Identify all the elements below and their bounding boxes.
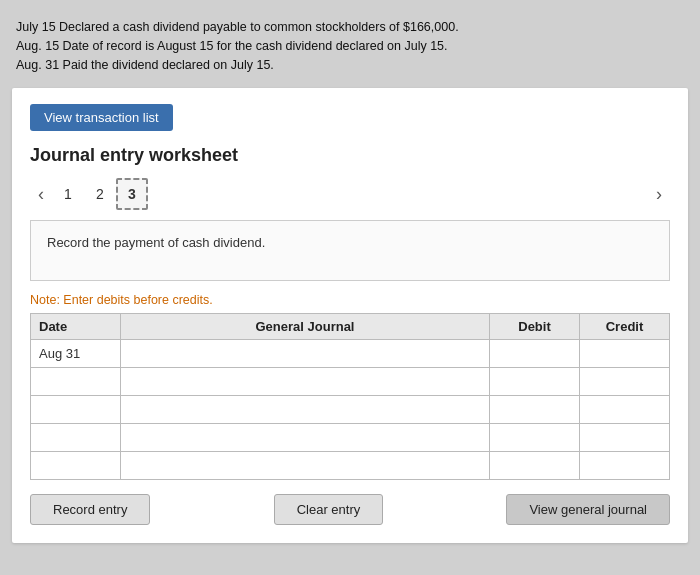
header-line-1: July 15 Declared a cash dividend payable… <box>16 18 684 37</box>
journal-input-5[interactable] <box>121 452 489 479</box>
journal-cell-2[interactable] <box>121 368 490 396</box>
debit-input-1[interactable] <box>490 340 579 367</box>
table-row <box>31 368 670 396</box>
debit-input-3[interactable] <box>490 396 579 423</box>
view-general-journal-button[interactable]: View general journal <box>506 494 670 525</box>
tab-next-arrow[interactable]: › <box>648 182 670 207</box>
credit-cell-1[interactable] <box>580 340 670 368</box>
date-cell-3 <box>31 396 121 424</box>
credit-cell-4[interactable] <box>580 424 670 452</box>
credit-input-2[interactable] <box>580 368 669 395</box>
journal-table: Date General Journal Debit Credit Aug 31 <box>30 313 670 480</box>
debit-cell-4[interactable] <box>490 424 580 452</box>
col-debit: Debit <box>490 314 580 340</box>
debit-cell-2[interactable] <box>490 368 580 396</box>
debit-input-2[interactable] <box>490 368 579 395</box>
debit-cell-3[interactable] <box>490 396 580 424</box>
table-row <box>31 396 670 424</box>
credit-cell-5[interactable] <box>580 452 670 480</box>
tab-nav: ‹ 1 2 3 › <box>30 178 670 210</box>
view-transaction-button[interactable]: View transaction list <box>30 104 173 131</box>
journal-input-4[interactable] <box>121 424 489 451</box>
action-row: Record entry Clear entry View general jo… <box>30 494 670 525</box>
journal-cell-5[interactable] <box>121 452 490 480</box>
date-cell-5 <box>31 452 121 480</box>
credit-input-5[interactable] <box>580 452 669 479</box>
date-cell-2 <box>31 368 121 396</box>
debit-cell-5[interactable] <box>490 452 580 480</box>
tab-3[interactable]: 3 <box>116 178 148 210</box>
credit-cell-2[interactable] <box>580 368 670 396</box>
journal-input-2[interactable] <box>121 368 489 395</box>
tab-prev-arrow[interactable]: ‹ <box>30 182 52 207</box>
credit-cell-3[interactable] <box>580 396 670 424</box>
table-row: Aug 31 <box>31 340 670 368</box>
table-row <box>31 452 670 480</box>
col-general-journal: General Journal <box>121 314 490 340</box>
journal-cell-4[interactable] <box>121 424 490 452</box>
debit-input-4[interactable] <box>490 424 579 451</box>
tab-1[interactable]: 1 <box>52 178 84 210</box>
main-card: View transaction list Journal entry work… <box>12 88 688 543</box>
table-row <box>31 424 670 452</box>
journal-input-1[interactable] <box>121 340 489 367</box>
note-text: Note: Enter debits before credits. <box>30 293 670 307</box>
debit-input-5[interactable] <box>490 452 579 479</box>
clear-entry-button[interactable]: Clear entry <box>274 494 384 525</box>
tab-2[interactable]: 2 <box>84 178 116 210</box>
col-credit: Credit <box>580 314 670 340</box>
debit-cell-1[interactable] <box>490 340 580 368</box>
date-cell-1: Aug 31 <box>31 340 121 368</box>
header-line-2: Aug. 15 Date of record is August 15 for … <box>16 37 684 56</box>
journal-cell-3[interactable] <box>121 396 490 424</box>
credit-input-3[interactable] <box>580 396 669 423</box>
credit-input-1[interactable] <box>580 340 669 367</box>
journal-input-3[interactable] <box>121 396 489 423</box>
record-entry-button[interactable]: Record entry <box>30 494 150 525</box>
col-date: Date <box>31 314 121 340</box>
instruction-box: Record the payment of cash dividend. <box>30 220 670 281</box>
date-cell-4 <box>31 424 121 452</box>
header-line-3: Aug. 31 Paid the dividend declared on Ju… <box>16 56 684 75</box>
journal-cell-1[interactable] <box>121 340 490 368</box>
header-text: July 15 Declared a cash dividend payable… <box>0 10 700 80</box>
instruction-text: Record the payment of cash dividend. <box>47 235 265 250</box>
worksheet-title: Journal entry worksheet <box>30 145 670 166</box>
credit-input-4[interactable] <box>580 424 669 451</box>
